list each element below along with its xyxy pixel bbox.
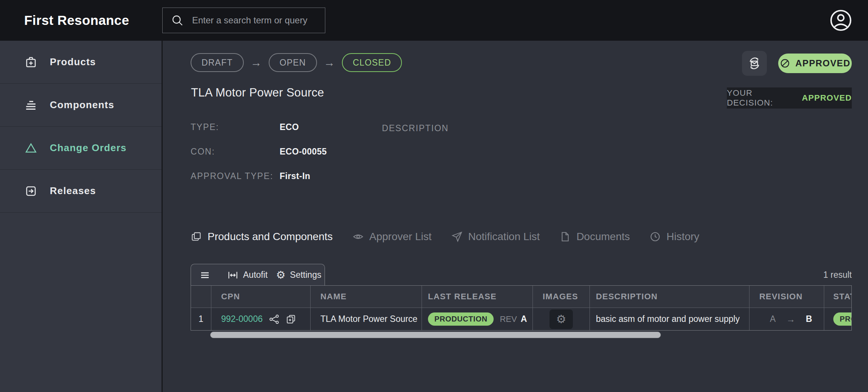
table-header-row: CPN NAME LAST RELEASE IMAGES DESCRIPTION… bbox=[191, 286, 852, 308]
gear-icon: ⚙ bbox=[556, 314, 566, 325]
topbar: First Resonance bbox=[0, 0, 868, 41]
sidebar-item-components[interactable]: Components bbox=[0, 84, 162, 127]
workflow-arrow-icon: → bbox=[324, 56, 335, 69]
image-settings-button[interactable]: ⚙ bbox=[549, 309, 573, 329]
column-header-name[interactable]: NAME bbox=[311, 286, 422, 308]
field-label: CON: bbox=[191, 147, 280, 157]
decision-label: YOUR DECISION: bbox=[727, 88, 798, 108]
search-box[interactable] bbox=[162, 8, 325, 33]
column-header-images[interactable]: IMAGES bbox=[533, 286, 590, 308]
name-cell: TLA Motor Power Source bbox=[311, 308, 422, 330]
change-order-triangle-icon bbox=[23, 141, 38, 155]
data-table: CPN NAME LAST RELEASE IMAGES DESCRIPTION… bbox=[191, 285, 852, 331]
field-label: APPROVAL TYPE: bbox=[191, 171, 280, 181]
status-pill-closed[interactable]: CLOSED bbox=[342, 53, 402, 72]
revision-to: B bbox=[806, 314, 812, 324]
resend-notification-button[interactable] bbox=[742, 51, 767, 76]
revision-cell: A → B bbox=[749, 308, 824, 330]
tab-history[interactable]: History bbox=[649, 231, 699, 243]
column-header-description[interactable]: DESCRIPTION bbox=[590, 286, 749, 308]
main-content: DRAFT → OPEN → CLOSED TLA Motor Power So… bbox=[163, 41, 868, 392]
release-box-icon bbox=[23, 184, 38, 198]
eye-icon bbox=[352, 231, 364, 242]
autofit-icon bbox=[227, 270, 239, 281]
settings-button[interactable]: ⚙ Settings bbox=[276, 270, 321, 280]
decision-value: APPROVED bbox=[802, 93, 852, 103]
gear-icon: ⚙ bbox=[276, 270, 285, 280]
search-icon bbox=[171, 14, 184, 27]
share-hierarchy-icon[interactable] bbox=[269, 314, 280, 325]
tab-notification-list[interactable]: Notification List bbox=[451, 231, 540, 243]
field-con: CON: ECO-00055 bbox=[191, 146, 327, 157]
tab-label: Products and Components bbox=[208, 231, 333, 243]
sidebar-item-label: Components bbox=[50, 99, 114, 111]
field-approval-type: APPROVAL TYPE: First-In bbox=[191, 170, 327, 182]
tab-label: Documents bbox=[576, 231, 630, 243]
search-input[interactable] bbox=[191, 15, 317, 26]
field-label: TYPE: bbox=[191, 122, 280, 132]
status-pill-draft[interactable]: DRAFT bbox=[191, 53, 244, 72]
app-logo: First Resonance bbox=[24, 0, 129, 41]
tab-label: Notification List bbox=[468, 231, 540, 243]
workflow-arrow-icon: → bbox=[251, 56, 262, 69]
column-header-revision[interactable]: REVISION bbox=[749, 286, 824, 308]
horizontal-scrollbar-thumb[interactable] bbox=[210, 332, 661, 338]
column-header-last-release[interactable]: LAST RELEASE bbox=[422, 286, 533, 308]
tab-documents[interactable]: Documents bbox=[559, 231, 630, 243]
copy-add-icon[interactable] bbox=[285, 314, 297, 325]
revision-from: A bbox=[770, 314, 776, 324]
approved-badge[interactable]: APPROVED bbox=[778, 54, 852, 73]
workflow-status-row: DRAFT → OPEN → CLOSED bbox=[191, 53, 402, 72]
status-badge: PRODUCTION bbox=[833, 312, 852, 326]
status-pill-open[interactable]: OPEN bbox=[269, 53, 317, 72]
tab-label: History bbox=[666, 231, 699, 243]
cpn-cell: 992-00006 bbox=[211, 308, 311, 330]
sidebar-item-change-orders[interactable]: Change Orders bbox=[0, 127, 162, 170]
field-type: TYPE: ECO bbox=[191, 121, 327, 133]
approved-badge-label: APPROVED bbox=[796, 58, 851, 69]
result-count: 1 result bbox=[823, 270, 852, 280]
sidebar-item-products[interactable]: Products bbox=[0, 41, 162, 84]
clock-icon bbox=[649, 231, 661, 242]
status-cell: PRODUCTION bbox=[824, 308, 852, 330]
rev-label: REV bbox=[500, 314, 517, 324]
tab-label: Approver List bbox=[369, 231, 432, 243]
row-number: 1 bbox=[191, 308, 211, 330]
sidebar-item-label: Change Orders bbox=[50, 142, 126, 154]
document-icon bbox=[559, 231, 571, 242]
layers-icon bbox=[191, 231, 202, 242]
table-menu-button[interactable] bbox=[199, 270, 211, 281]
table-row[interactable]: 1 992-00006 bbox=[191, 308, 852, 330]
settings-label: Settings bbox=[290, 270, 321, 280]
column-header-rownum bbox=[191, 286, 211, 308]
tab-products-and-components[interactable]: Products and Components bbox=[191, 231, 333, 243]
app-root: First Resonance bbox=[0, 0, 868, 392]
last-release-cell: PRODUCTION REV A bbox=[422, 308, 533, 330]
product-box-icon bbox=[23, 55, 38, 69]
your-decision-bar: YOUR DECISION: APPROVED bbox=[727, 87, 852, 109]
table-toolbar: Autofit ⚙ Settings bbox=[191, 264, 325, 286]
send-plane-icon bbox=[451, 231, 463, 242]
user-avatar-icon[interactable] bbox=[828, 8, 854, 33]
sidebar-item-releases[interactable]: Releases bbox=[0, 170, 162, 213]
tab-approver-list[interactable]: Approver List bbox=[352, 231, 432, 243]
components-stack-icon bbox=[23, 98, 38, 112]
detail-fields: TYPE: ECO CON: ECO-00055 APPROVAL TYPE: … bbox=[191, 121, 327, 195]
mail-sync-icon bbox=[747, 56, 762, 71]
hamburger-icon bbox=[199, 270, 211, 281]
cpn-link[interactable]: 992-00006 bbox=[221, 314, 263, 324]
revision-arrow-icon: → bbox=[786, 314, 795, 325]
description-cell: basic asm of motor and power supply bbox=[590, 308, 749, 330]
page-title: TLA Motor Power Source bbox=[191, 86, 324, 100]
column-header-status[interactable]: STATUS bbox=[824, 286, 852, 308]
production-badge: PRODUCTION bbox=[428, 312, 494, 326]
autofit-button[interactable]: Autofit bbox=[227, 270, 268, 281]
rev-value: A bbox=[521, 314, 527, 324]
sidebar: Products Components Change Orders bbox=[0, 41, 163, 392]
images-cell: ⚙ bbox=[533, 308, 590, 330]
description-label: DESCRIPTION bbox=[382, 123, 449, 133]
field-value: First-In bbox=[280, 171, 310, 181]
column-header-cpn[interactable]: CPN bbox=[211, 286, 311, 308]
block-circle-icon bbox=[780, 58, 790, 69]
field-value: ECO bbox=[280, 122, 299, 132]
